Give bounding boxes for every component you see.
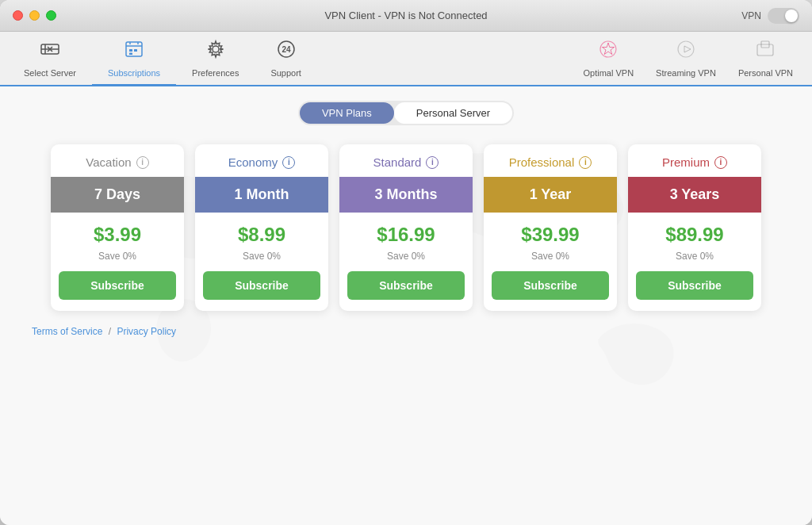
toolbar-item-preferences[interactable]: Preferences xyxy=(176,32,255,86)
plan-header-economy: Economy i xyxy=(195,144,328,177)
optimal-vpn-label: Optimal VPN xyxy=(584,68,634,78)
plan-save-vacation: Save 0% xyxy=(98,251,136,271)
subscriptions-label: Subscriptions xyxy=(108,68,160,78)
plan-info-premium[interactable]: i xyxy=(714,156,727,169)
toolbar-item-streaming-vpn[interactable]: Streaming VPN xyxy=(645,32,727,86)
support-label: Support xyxy=(270,68,301,78)
plan-price-economy: $8.99 xyxy=(230,213,293,251)
window-title: VPN Client - VPN is Not Connected xyxy=(324,10,487,21)
subscribe-btn-professional[interactable]: Subscribe xyxy=(492,271,609,300)
streaming-vpn-label: Streaming VPN xyxy=(656,68,716,78)
footer-separator: / xyxy=(105,326,113,337)
tab-container: VPN Plans Personal Server xyxy=(298,101,514,125)
toolbar-left: Select Server Subscriptions xyxy=(8,32,317,85)
vpn-toggle-label: VPN xyxy=(741,10,761,21)
svg-marker-16 xyxy=(684,46,691,52)
plan-title-vacation: Vacation xyxy=(86,155,131,169)
streaming-vpn-icon xyxy=(675,38,697,65)
plan-header-standard: Standard i xyxy=(339,144,473,177)
plan-info-vacation[interactable]: i xyxy=(136,156,149,169)
svg-text:24: 24 xyxy=(282,45,291,54)
plan-header-premium: Premium i xyxy=(628,144,761,177)
svg-point-10 xyxy=(213,46,219,52)
plan-title-economy: Economy xyxy=(228,155,278,169)
toolbar-item-optimal-vpn[interactable]: Optimal VPN xyxy=(573,32,645,86)
plan-duration-vacation: 7 Days xyxy=(51,177,184,213)
svg-rect-7 xyxy=(129,49,132,52)
plan-card-vacation: Vacation i 7 Days $3.99 Save 0% Subscrib… xyxy=(51,144,184,311)
subscribe-btn-premium[interactable]: Subscribe xyxy=(636,271,753,300)
plan-price-vacation: $3.99 xyxy=(86,213,149,251)
personal-vpn-icon xyxy=(754,38,776,65)
plan-card-economy: Economy i 1 Month $8.99 Save 0% Subscrib… xyxy=(195,144,328,311)
optimal-vpn-icon xyxy=(597,38,619,65)
plan-duration-professional: 1 Year xyxy=(484,177,617,213)
tab-personal-server[interactable]: Personal Server xyxy=(394,102,512,124)
plan-save-professional: Save 0% xyxy=(531,251,569,271)
svg-rect-17 xyxy=(757,44,773,56)
plan-info-standard[interactable]: i xyxy=(426,156,439,169)
title-bar-right: VPN xyxy=(741,8,799,24)
toolbar-item-select-server[interactable]: Select Server xyxy=(8,32,92,86)
plan-save-economy: Save 0% xyxy=(243,251,281,271)
preferences-icon xyxy=(205,38,227,65)
svg-marker-14 xyxy=(603,43,615,55)
privacy-policy-link[interactable]: Privacy Policy xyxy=(117,326,176,337)
title-bar: VPN Client - VPN is Not Connected VPN xyxy=(0,0,812,32)
plan-price-standard: $16.99 xyxy=(369,213,442,251)
main-content: VPN Plans Personal Server Vacation i 7 D… xyxy=(0,86,812,525)
svg-rect-8 xyxy=(134,49,137,52)
plan-header-vacation: Vacation i xyxy=(51,144,184,177)
plan-price-premium: $89.99 xyxy=(657,213,731,251)
subscriptions-icon xyxy=(123,38,145,65)
tab-switcher: VPN Plans Personal Server xyxy=(0,101,812,125)
plan-duration-premium: 3 Years xyxy=(628,177,761,213)
toolbar-item-personal-vpn[interactable]: Personal VPN xyxy=(727,32,804,86)
select-server-label: Select Server xyxy=(24,68,76,78)
subscribe-btn-economy[interactable]: Subscribe xyxy=(203,271,320,300)
close-button[interactable] xyxy=(13,10,23,21)
preferences-label: Preferences xyxy=(192,68,239,78)
subscribe-btn-vacation[interactable]: Subscribe xyxy=(59,271,176,300)
svg-rect-3 xyxy=(126,42,142,56)
support-icon: 24 xyxy=(275,38,297,65)
toolbar-right: Optimal VPN Streaming VPN xyxy=(573,32,804,85)
personal-vpn-label: Personal VPN xyxy=(738,68,793,78)
plan-card-professional: Professional i 1 Year $39.99 Save 0% Sub… xyxy=(484,144,617,311)
toolbar: Select Server Subscriptions xyxy=(0,32,812,86)
tab-vpn-plans[interactable]: VPN Plans xyxy=(300,102,394,124)
plan-save-premium: Save 0% xyxy=(676,251,714,271)
vpn-toggle[interactable] xyxy=(768,8,799,24)
plans-container: Vacation i 7 Days $3.99 Save 0% Subscrib… xyxy=(0,144,812,311)
plan-title-standard: Standard xyxy=(373,155,422,169)
plan-header-professional: Professional i xyxy=(484,144,617,177)
footer: Terms of Service / Privacy Policy xyxy=(0,311,812,351)
plan-title-professional: Professional xyxy=(509,155,575,169)
plan-card-standard: Standard i 3 Months $16.99 Save 0% Subsc… xyxy=(339,144,473,311)
plan-duration-economy: 1 Month xyxy=(195,177,328,213)
plan-price-professional: $39.99 xyxy=(513,213,587,251)
plan-card-premium: Premium i 3 Years $89.99 Save 0% Subscri… xyxy=(628,144,761,311)
plan-info-professional[interactable]: i xyxy=(579,156,592,169)
subscribe-btn-standard[interactable]: Subscribe xyxy=(347,271,465,300)
svg-rect-9 xyxy=(129,53,132,56)
app-window: VPN Client - VPN is Not Connected VPN xyxy=(0,0,812,525)
select-server-icon xyxy=(39,38,61,65)
plan-duration-standard: 3 Months xyxy=(339,177,473,213)
toolbar-item-support[interactable]: 24 Support xyxy=(255,32,317,86)
plan-info-economy[interactable]: i xyxy=(282,156,295,169)
traffic-lights xyxy=(13,10,56,21)
minimize-button[interactable] xyxy=(29,10,40,21)
toolbar-item-subscriptions[interactable]: Subscriptions xyxy=(92,32,176,86)
plan-save-standard: Save 0% xyxy=(387,251,425,271)
plan-title-premium: Premium xyxy=(662,155,710,169)
terms-of-service-link[interactable]: Terms of Service xyxy=(32,326,102,337)
maximize-button[interactable] xyxy=(46,10,56,21)
